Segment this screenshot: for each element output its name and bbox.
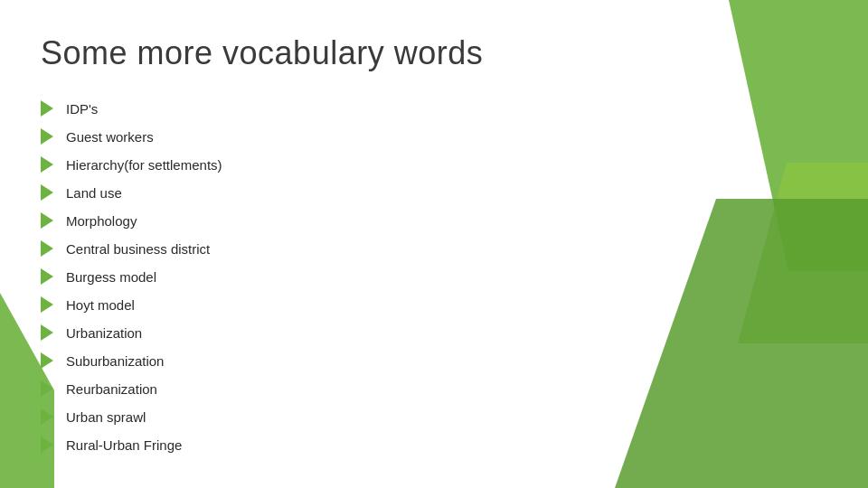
list-item: Morphology (41, 211, 601, 230)
list-item: Suburbanization (41, 352, 601, 371)
bullet-arrow-icon (41, 212, 57, 229)
bullet-arrow-icon (41, 296, 57, 313)
bullet-text: Urban sprawl (66, 408, 146, 427)
slide-title: Some more vocabulary words (41, 34, 483, 72)
bullet-text: Urbanization (66, 324, 142, 343)
bullet-text: Land use (66, 183, 122, 202)
bullet-arrow-icon (41, 184, 57, 201)
bullet-text: Rural-Urban Fringe (66, 436, 182, 455)
bullet-arrow-icon (41, 408, 57, 425)
bullet-text: Morphology (66, 211, 137, 230)
list-item: Central business district (41, 239, 601, 258)
bullet-text: Guest workers (66, 127, 154, 146)
bullet-arrow-icon (41, 436, 57, 453)
list-item: Rural-Urban Fringe (41, 436, 601, 455)
list-item: Burgess model (41, 267, 601, 286)
content-area: IDP'sGuest workersHierarchy(for settleme… (41, 99, 601, 464)
bullet-arrow-icon (41, 100, 57, 117)
list-item: Reurbanization (41, 380, 601, 399)
bullet-arrow-icon (41, 352, 57, 369)
list-item: Urban sprawl (41, 408, 601, 427)
slide: Some more vocabulary words IDP'sGuest wo… (0, 0, 868, 488)
deco-shape-bottom-right (615, 199, 868, 488)
list-item: Urbanization (41, 324, 601, 343)
bullet-arrow-icon (41, 324, 57, 341)
bullet-arrow-icon (41, 156, 57, 173)
list-item: Land use (41, 183, 601, 202)
list-item: Guest workers (41, 127, 601, 146)
bullet-list: IDP'sGuest workersHierarchy(for settleme… (41, 99, 601, 455)
list-item: IDP's (41, 99, 601, 118)
bullet-arrow-icon (41, 128, 57, 145)
bullet-arrow-icon (41, 240, 57, 257)
list-item: Hierarchy(for settlements) (41, 155, 601, 174)
bullet-arrow-icon (41, 380, 57, 397)
bullet-text: Reurbanization (66, 380, 157, 399)
bullet-text: IDP's (66, 99, 98, 118)
bullet-text: Suburbanization (66, 352, 164, 371)
bullet-text: Central business district (66, 239, 210, 258)
bullet-text: Burgess model (66, 267, 156, 286)
bullet-text: Hoyt model (66, 296, 135, 314)
bullet-text: Hierarchy(for settlements) (66, 155, 222, 174)
bullet-arrow-icon (41, 268, 57, 285)
list-item: Hoyt model (41, 296, 601, 314)
